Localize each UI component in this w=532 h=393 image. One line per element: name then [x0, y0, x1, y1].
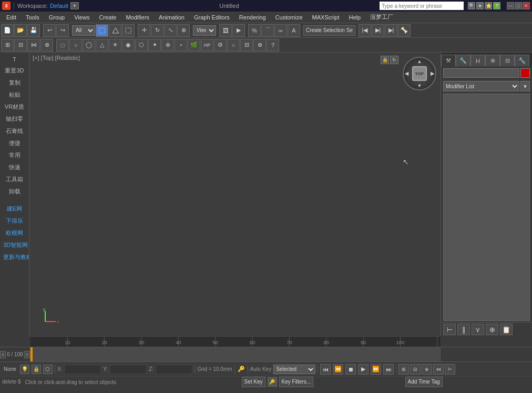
y-input[interactable]: [110, 365, 147, 374]
modifier-list-dropdown[interactable]: ▼: [520, 81, 530, 91]
menu-help[interactable]: Help: [345, 13, 365, 22]
left-item-reset3d[interactable]: 重置3D: [1, 65, 28, 76]
scale-button[interactable]: ⤡: [164, 24, 177, 37]
viewport-lock-icon[interactable]: 🔒: [381, 56, 389, 64]
menu-graph-editors[interactable]: Graph Editors: [190, 13, 234, 22]
tb2-light[interactable]: ☀: [109, 39, 121, 51]
star-icon[interactable]: ⭐: [485, 2, 492, 9]
playback-extra3[interactable]: ⊕: [422, 364, 432, 375]
menu-maxscript[interactable]: MAXScript: [308, 13, 344, 22]
left-item-common[interactable]: 常用: [1, 150, 28, 161]
add-time-tag-button[interactable]: Add Time Tag: [405, 377, 443, 387]
status-light-icon[interactable]: 💡: [20, 365, 29, 374]
menu-group[interactable]: Group: [45, 13, 69, 22]
minimize-button[interactable]: ─: [507, 2, 514, 9]
bone-icon[interactable]: 🦴: [398, 24, 411, 37]
rbb-pause-button[interactable]: ‖: [457, 324, 470, 335]
object-name-input[interactable]: [443, 68, 519, 78]
playback-next-button[interactable]: ⏩: [371, 364, 381, 375]
color-swatch[interactable]: [520, 68, 530, 78]
tb2-help[interactable]: ?: [267, 39, 279, 51]
tb2-merge2[interactable]: ⊕: [253, 39, 266, 51]
playback-first-button[interactable]: ⏮: [320, 364, 331, 375]
select-region-button[interactable]: [109, 24, 121, 37]
key-icon[interactable]: 🔑: [237, 365, 245, 374]
timeline-track[interactable]: [30, 347, 441, 361]
tb2-cone[interactable]: △: [96, 39, 108, 51]
playback-prev-button[interactable]: ⏪: [333, 364, 343, 375]
left-item-3dzhiliu[interactable]: 3D智留网: [1, 240, 28, 251]
tb2-cylinder[interactable]: ◯: [83, 39, 95, 51]
bookmark-icon[interactable]: ★: [476, 2, 484, 9]
menu-animation[interactable]: Animation: [155, 13, 189, 22]
search-icon[interactable]: 🔍: [468, 2, 475, 9]
menu-create[interactable]: Create: [95, 13, 120, 22]
workspace-dropdown[interactable]: ▼: [70, 2, 79, 9]
view-select[interactable]: View: [193, 25, 216, 36]
open-button[interactable]: 📂: [14, 24, 27, 37]
rpanel-tab-motion[interactable]: ⊕: [485, 55, 500, 66]
rpanel-tab-create[interactable]: ⚒: [441, 55, 456, 66]
set-key-button[interactable]: Set Key: [242, 377, 265, 387]
select-move-button[interactable]: ✛: [138, 24, 150, 37]
percent-button[interactable]: %: [248, 24, 261, 37]
left-item-plasterline[interactable]: 石膏线: [1, 126, 28, 137]
tb2-gear[interactable]: ⚙: [214, 39, 227, 51]
rpanel-tab-utils[interactable]: 🔧: [515, 55, 529, 66]
window-crossing-button[interactable]: [122, 24, 135, 37]
tb2-plants[interactable]: 🌿: [188, 39, 200, 51]
tb2-grid[interactable]: ⊟: [240, 39, 253, 51]
rpanel-tab-display[interactable]: ⊟: [500, 55, 515, 66]
selected-dropdown[interactable]: Selected: [273, 365, 315, 374]
key-filters-button[interactable]: Key Filters...: [279, 377, 314, 387]
tb2-hp[interactable]: HP: [201, 39, 213, 51]
left-item-oumow[interactable]: 欧模网: [1, 227, 28, 239]
z-input[interactable]: [156, 365, 192, 374]
tb2-star[interactable]: ✦: [148, 39, 161, 51]
rpanel-tab-hierarchy[interactable]: H: [470, 55, 485, 66]
viewport-rotate-icon[interactable]: ↻: [390, 56, 398, 64]
tb2-systems[interactable]: ⋆: [175, 39, 187, 51]
rpanel-tab-modify[interactable]: 🔧: [456, 55, 470, 66]
left-item-t[interactable]: T: [1, 55, 28, 64]
status-lock-icon[interactable]: 🔒: [32, 365, 41, 374]
timeline-prev-button[interactable]: ‹: [0, 351, 6, 358]
tb2-merge[interactable]: ⊕: [161, 39, 174, 51]
left-item-jiane[interactable]: 建E网: [1, 203, 28, 214]
menu-edit[interactable]: Edit: [2, 13, 21, 22]
rbb-pin-button[interactable]: ⊢: [443, 324, 456, 335]
playback-extra5[interactable]: ⊢: [445, 364, 455, 375]
select-filter[interactable]: All: [72, 25, 95, 36]
type-button[interactable]: A: [288, 24, 300, 37]
tb2-quad[interactable]: ⊟: [14, 39, 27, 51]
playback-extra1[interactable]: ⊞: [398, 364, 409, 375]
redo-button[interactable]: ↪: [56, 24, 69, 37]
tb2-omni[interactable]: ◉: [122, 39, 135, 51]
search-input[interactable]: [380, 2, 464, 10]
close-button[interactable]: ✕: [523, 2, 530, 9]
question-icon[interactable]: ?: [493, 2, 500, 9]
left-item-toolbox[interactable]: 工具箱: [1, 174, 28, 185]
menu-customize[interactable]: Customize: [271, 13, 307, 22]
prev-frame-button[interactable]: |◀: [359, 24, 371, 37]
loop-button[interactable]: ∞: [274, 24, 287, 37]
tb2-circle[interactable]: ○: [227, 39, 240, 51]
select-object-button[interactable]: [96, 24, 108, 37]
left-item-vrmaterial[interactable]: VR材质: [1, 101, 28, 112]
curve-button[interactable]: ⌒: [261, 24, 274, 37]
tb2-sphere[interactable]: ○: [69, 39, 82, 51]
menu-custom[interactable]: 渲梦工厂: [366, 12, 397, 22]
menu-views[interactable]: Views: [70, 13, 94, 22]
playback-extra4[interactable]: ⋈: [433, 364, 444, 375]
status-select-icon[interactable]: ⬡: [43, 365, 53, 374]
left-item-paste[interactable]: 粘贴: [1, 89, 28, 100]
new-button[interactable]: 📄: [1, 24, 14, 37]
placement-button[interactable]: ⊕: [177, 24, 190, 37]
maximize-button[interactable]: □: [515, 2, 522, 9]
playback-last-button[interactable]: ⏭: [383, 364, 394, 375]
key-icon2[interactable]: 🔑: [268, 377, 277, 387]
menu-rendering[interactable]: Rendering: [235, 13, 270, 22]
menu-tools[interactable]: Tools: [22, 13, 44, 22]
save-button[interactable]: 💾: [27, 24, 40, 37]
left-item-shortcut[interactable]: 便捷: [1, 138, 28, 149]
